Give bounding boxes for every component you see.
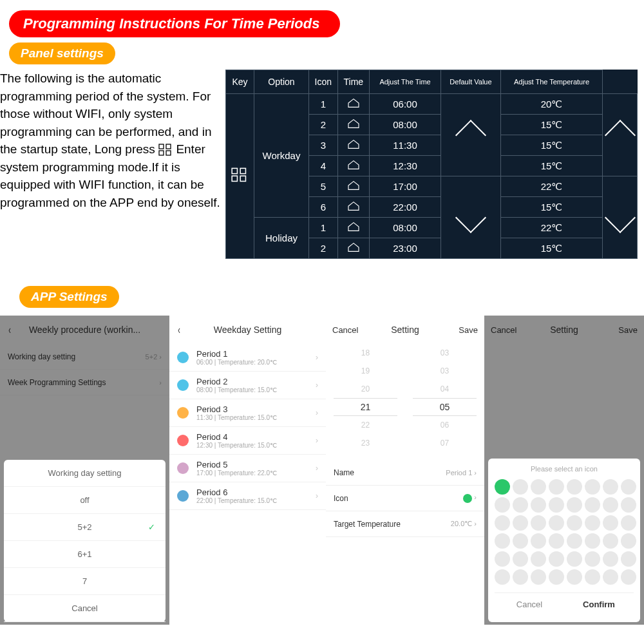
icon-option[interactable] <box>549 533 564 549</box>
picker-col-hour[interactable]: 181920212223 <box>326 344 405 460</box>
period-name: Period 3 <box>196 404 316 414</box>
svg-rect-2 <box>159 151 164 155</box>
icon-option[interactable] <box>603 515 618 531</box>
picker-item[interactable]: 18 <box>361 344 370 362</box>
icon-option[interactable] <box>621 515 636 531</box>
icon-option[interactable] <box>567 497 582 513</box>
icon-option[interactable] <box>549 515 564 531</box>
picker-item[interactable]: 05 <box>413 398 476 416</box>
icon-option[interactable] <box>585 533 600 549</box>
icon-option[interactable] <box>603 551 618 567</box>
picker-item[interactable]: 21 <box>334 398 397 416</box>
period-row[interactable]: Period 412:30 | Temperature: 15.0℃› <box>169 427 326 455</box>
icon-option[interactable] <box>585 569 600 585</box>
icon-option[interactable] <box>621 533 636 549</box>
picker-item[interactable]: 03 <box>440 344 449 362</box>
icon-option[interactable] <box>603 533 618 549</box>
icon-option[interactable] <box>567 515 582 531</box>
icon-option[interactable] <box>603 569 618 585</box>
period-row[interactable]: Period 622:00 | Temperature: 15.0℃› <box>169 482 326 510</box>
td-workday: Workday <box>254 94 308 218</box>
icon-option[interactable] <box>549 479 564 495</box>
td-time: 23:00 <box>370 238 441 259</box>
picker-item[interactable]: 07 <box>440 434 449 452</box>
app-screen-3: Cancel Setting Save 181920212223 0303040… <box>326 316 484 625</box>
icon-option[interactable] <box>495 497 510 513</box>
icon-option[interactable] <box>621 551 636 567</box>
picker-col-min[interactable]: 030304050607 <box>405 344 484 460</box>
icon-option[interactable] <box>567 569 582 585</box>
confirm-button[interactable]: Confirm <box>564 593 634 616</box>
time-picker[interactable]: 181920212223 030304050607 <box>326 344 484 460</box>
icon-option[interactable] <box>621 479 636 495</box>
icon-option[interactable] <box>513 569 528 585</box>
td-time: 08:00 <box>370 218 441 238</box>
back-icon[interactable]: ‹ <box>178 323 180 337</box>
icon-option[interactable] <box>585 497 600 513</box>
picker-item[interactable]: 06 <box>440 416 449 434</box>
option-5-2[interactable]: 5+2✓ <box>4 514 166 541</box>
icon-option[interactable] <box>531 569 546 585</box>
option-off[interactable]: off <box>4 487 166 514</box>
icon-option[interactable] <box>603 479 618 495</box>
grid-icon <box>231 167 248 183</box>
period-row[interactable]: Period 208:00 | Temperature: 15.0℃› <box>169 372 326 399</box>
period-sub: 08:00 | Temperature: 15.0℃ <box>196 386 316 393</box>
app3-row-name[interactable]: NamePeriod 1 › <box>326 460 484 486</box>
icon-option[interactable] <box>531 497 546 513</box>
period-row[interactable]: Period 517:00 | Temperature: 22.0℃› <box>169 455 326 482</box>
chevron-up-icon <box>604 119 635 150</box>
house-icon <box>337 115 370 135</box>
icon-option[interactable] <box>495 569 510 585</box>
icon-option[interactable] <box>531 515 546 531</box>
app3-row-temp[interactable]: Target Temperature20.0℃ › <box>326 511 484 537</box>
icon-option[interactable] <box>531 479 546 495</box>
period-name: Period 1 <box>196 349 316 359</box>
icon-option[interactable] <box>531 551 546 567</box>
picker-item[interactable]: 19 <box>361 362 370 380</box>
icon-option[interactable] <box>513 515 528 531</box>
icon-option[interactable] <box>567 479 582 495</box>
period-row[interactable]: Period 106:00 | Temperature: 20.0℃› <box>169 344 326 372</box>
icon-option[interactable] <box>567 551 582 567</box>
icon-option[interactable] <box>495 479 510 495</box>
cancel-button[interactable]: Cancel <box>4 595 166 622</box>
icon-option[interactable] <box>621 569 636 585</box>
cancel-button[interactable]: Cancel <box>332 325 358 335</box>
picker-item[interactable]: 23 <box>361 434 370 452</box>
picker-item[interactable]: 03 <box>440 362 449 380</box>
period-row[interactable]: Period 311:30 | Temperature: 15.0℃› <box>169 399 326 427</box>
icon-option[interactable] <box>585 479 600 495</box>
icon-option[interactable] <box>621 497 636 513</box>
td-temp: 22℃ <box>501 176 603 197</box>
icon-option[interactable] <box>567 533 582 549</box>
house-icon <box>337 176 370 197</box>
icon-option[interactable] <box>549 497 564 513</box>
icon-option[interactable] <box>603 497 618 513</box>
app-screen-1: ‹ Weekly procedure (workin... Working da… <box>0 316 169 625</box>
icon-option[interactable] <box>549 569 564 585</box>
cancel-button[interactable]: Cancel <box>495 593 564 616</box>
chevron-up-icon <box>455 119 486 150</box>
option-6-1[interactable]: 6+1 <box>4 541 166 568</box>
picker-item[interactable]: 04 <box>440 380 449 398</box>
icon-option[interactable] <box>513 497 528 513</box>
app3-row-icon[interactable]: Icon › <box>326 486 484 511</box>
picker-item[interactable]: 20 <box>361 380 370 398</box>
icon-option[interactable] <box>531 533 546 549</box>
icon-option[interactable] <box>513 479 528 495</box>
td-holiday: Holiday <box>254 218 308 259</box>
option-7[interactable]: 7 <box>4 568 166 595</box>
td-time: 06:00 <box>370 94 441 115</box>
picker-item[interactable]: 22 <box>361 416 370 434</box>
icon-option[interactable] <box>495 533 510 549</box>
icon-option[interactable] <box>585 551 600 567</box>
icon-option[interactable] <box>513 533 528 549</box>
icon-option[interactable] <box>513 551 528 567</box>
save-button[interactable]: Save <box>459 325 478 335</box>
icon-option[interactable] <box>495 551 510 567</box>
icon-option[interactable] <box>549 551 564 567</box>
icon-option[interactable] <box>585 515 600 531</box>
icon-option[interactable] <box>495 515 510 531</box>
chevron-right-icon: › <box>316 436 318 445</box>
